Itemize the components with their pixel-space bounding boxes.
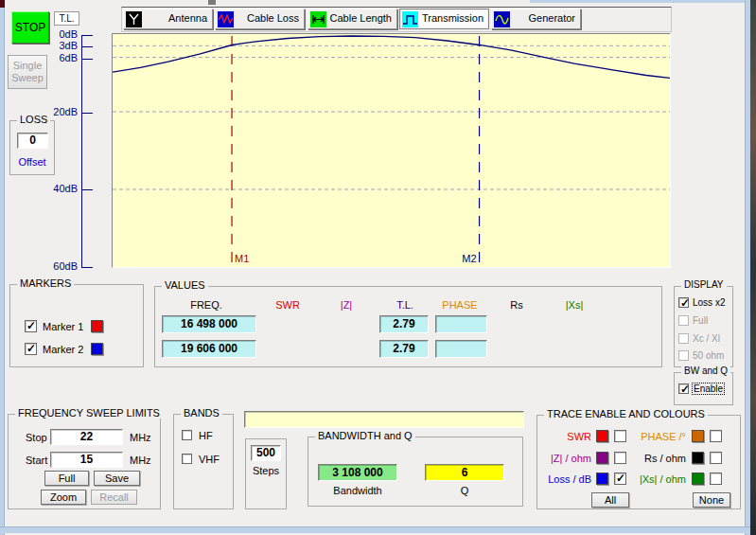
tab-cable-loss[interactable]: Cable Loss [215, 9, 305, 29]
y-axis-line [81, 35, 82, 268]
header-swr: SWR [269, 299, 307, 311]
y-axis-tick [81, 267, 93, 268]
marker2-freq-field[interactable]: 19 606 000 [162, 340, 256, 358]
window-title-remnant [208, 0, 216, 5]
loss-offset-input[interactable]: 0 [17, 133, 48, 149]
swr-trace-checkbox[interactable] [614, 430, 626, 442]
xc-xl-label: Xc / Xl [693, 333, 720, 344]
header-freq: FREQ. [164, 299, 249, 311]
start-freq-input[interactable]: 15 [50, 452, 123, 468]
tab-antenna[interactable]: Antenna [123, 9, 213, 29]
loss-trace-checkbox[interactable] [614, 473, 626, 485]
values-panel: VALUES FREQ. SWR |Z| T.L. PHASE Rs |Xs| … [154, 286, 662, 367]
app-window: STOP T.L. Single Sweep Antenna Cable Los… [0, 0, 756, 535]
tab-generator[interactable]: Generator [491, 9, 581, 29]
y-axis-label: 3dB [28, 40, 78, 51]
trace-all-button[interactable]: All [591, 492, 629, 508]
steps-input[interactable]: 500 [251, 445, 281, 461]
recall-button[interactable]: Recall [91, 490, 137, 505]
cable-loss-icon [218, 11, 234, 27]
steps-label: Steps [246, 465, 286, 476]
window-border-bottom [0, 526, 751, 533]
stop-freq-unit: MHz [130, 432, 151, 443]
header-z: |Z| [327, 299, 365, 311]
header-tl: T.L. [386, 299, 424, 311]
bw-q-panel: BW and Q Enable [674, 372, 733, 405]
rs-color-swatch[interactable] [692, 452, 704, 464]
loss-offset-title: LOSS [17, 114, 50, 125]
tab-label: Transmission [422, 12, 483, 24]
tab-label: Antenna [168, 12, 207, 24]
marker1-freq-field[interactable]: 16 498 000 [162, 315, 256, 333]
marker1-label: Marker 1 [43, 321, 83, 332]
bandwidth-value-field: 3 108 000 [318, 464, 397, 481]
marker1-checkbox[interactable] [25, 320, 37, 332]
marker2-phase-field[interactable] [435, 340, 487, 358]
loss-color-swatch[interactable] [596, 473, 608, 485]
y-axis-tick [81, 35, 93, 36]
phase-trace-checkbox[interactable] [710, 430, 722, 442]
xs-color-swatch[interactable] [692, 473, 704, 485]
bandwidth-q-panel: BANDWIDTH and Q 3 108 000 Bandwidth 6 Q [308, 437, 523, 507]
xc-xl-checkbox[interactable] [678, 333, 689, 344]
loss-offset-panel: LOSS 0 Offset [9, 120, 55, 175]
trace-none-button[interactable]: None [693, 492, 730, 508]
loss-x2-label: Loss x2 [693, 297, 725, 308]
swr-trace-label: SWR [540, 431, 591, 442]
marker1-phase-field[interactable] [435, 315, 487, 333]
z-trace-checkbox[interactable] [614, 452, 626, 464]
sweep-limits-panel: FREQUENCY SWEEP LIMITS Stop 22 MHz Start… [8, 414, 161, 509]
z-color-swatch[interactable] [596, 452, 608, 464]
save-button[interactable]: Save [94, 471, 140, 486]
markers-title: MARKERS [17, 277, 74, 289]
marker1-color-swatch[interactable] [91, 320, 103, 332]
zoom-button[interactable]: Zoom [41, 490, 86, 505]
rs-trace-checkbox[interactable] [710, 452, 722, 464]
stop-freq-input[interactable]: 22 [50, 429, 123, 445]
full-checkbox[interactable] [678, 315, 689, 326]
header-xs: |Xs| [555, 299, 593, 311]
bands-title: BANDS [181, 407, 222, 419]
xs-trace-label: |Xs| / ohm [635, 473, 686, 485]
tab-transmission[interactable]: Transmission [399, 9, 489, 29]
trace-panel: TRACE ENABLE AND COLOURS SWR PHASE /° |Z… [536, 415, 741, 509]
marker2-checkbox[interactable] [25, 343, 37, 355]
tab-label: Generator [528, 12, 575, 24]
fifty-ohm-label: 50 ohm [693, 350, 724, 361]
marker1-tl-field[interactable]: 2.79 [379, 315, 429, 333]
message-field[interactable] [244, 411, 524, 428]
marker2-tl-field[interactable]: 2.79 [379, 340, 429, 358]
tab-label: Cable Loss [247, 12, 299, 24]
sweep-limits-title: FREQUENCY SWEEP LIMITS [15, 407, 163, 419]
start-freq-unit: MHz [130, 455, 151, 466]
sweep-chart[interactable]: M1M2 [112, 33, 671, 268]
header-phase: PHASE [436, 299, 483, 311]
bw-q-enable-checkbox[interactable] [678, 383, 689, 394]
hf-checkbox[interactable] [182, 430, 192, 440]
svg-text:M2: M2 [462, 253, 476, 264]
phase-color-swatch[interactable] [692, 430, 704, 442]
marker2-color-swatch[interactable] [91, 343, 103, 355]
values-title: VALUES [162, 279, 208, 291]
desktop-edge [750, 0, 756, 535]
tab-cable-length[interactable]: Cable Length [308, 9, 397, 29]
phase-trace-label: PHASE /° [635, 431, 686, 442]
vhf-checkbox[interactable] [182, 454, 192, 464]
fifty-ohm-checkbox[interactable] [678, 350, 689, 361]
loss-x2-checkbox[interactable] [678, 297, 689, 308]
svg-text:M1: M1 [235, 253, 249, 264]
trace-title: TRACE ENABLE AND COLOURS [544, 408, 708, 419]
vhf-label: VHF [199, 454, 220, 465]
start-freq-label: Start [26, 455, 47, 466]
cable-length-icon [310, 11, 326, 27]
stop-freq-label: Stop [26, 432, 47, 443]
display-panel: DISPLAY Loss x2 Full Xc / Xl 50 ohm [674, 286, 733, 367]
full-label: Full [693, 315, 708, 326]
y-axis-label: 40dB [28, 183, 78, 194]
full-span-button[interactable]: Full [44, 471, 89, 486]
y-axis-tick [81, 189, 93, 190]
bands-panel: BANDS HF VHF [173, 414, 234, 509]
q-label: Q [425, 485, 504, 496]
swr-color-swatch[interactable] [596, 430, 608, 442]
xs-trace-checkbox[interactable] [710, 473, 722, 485]
